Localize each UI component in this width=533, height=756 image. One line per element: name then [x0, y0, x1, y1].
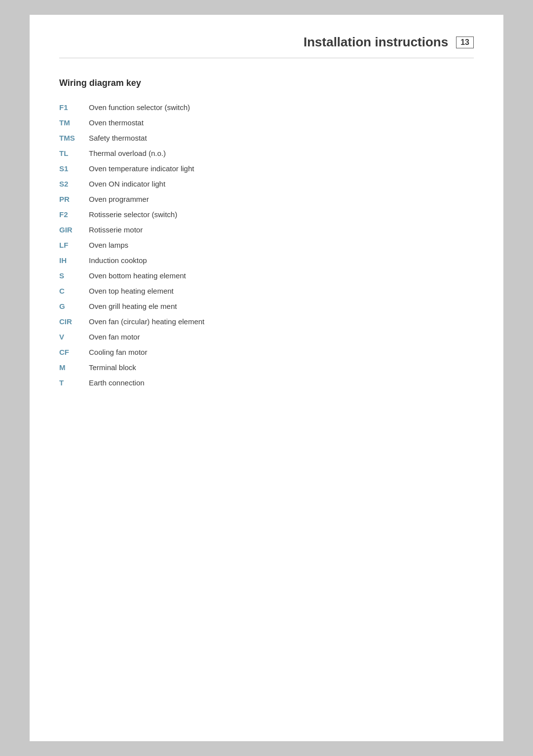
- page: Installation instructions 13 Wiring diag…: [30, 15, 503, 741]
- list-item: GOven grill heating ele ment: [59, 302, 474, 310]
- list-item: MTerminal block: [59, 363, 474, 372]
- key-code: M: [59, 363, 89, 372]
- key-code: CIR: [59, 317, 89, 326]
- wiring-key-list: F1Oven function selector (switch)TMOven …: [59, 103, 474, 387]
- section-title: Wiring diagram key: [59, 78, 474, 88]
- key-code: LF: [59, 241, 89, 249]
- key-code: G: [59, 302, 89, 310]
- list-item: CFCooling fan motor: [59, 348, 474, 356]
- page-title: Installation instructions: [304, 35, 448, 50]
- key-code: IH: [59, 256, 89, 265]
- list-item: F2Rotisserie selector (switch): [59, 210, 474, 219]
- list-item: PROven programmer: [59, 195, 474, 203]
- key-code: TM: [59, 118, 89, 127]
- key-description: Oven grill heating ele ment: [89, 302, 177, 310]
- key-code: S1: [59, 164, 89, 173]
- key-description: Safety thermostat: [89, 134, 147, 142]
- key-code: TMS: [59, 134, 89, 142]
- key-description: Terminal block: [89, 363, 136, 372]
- key-description: Earth connection: [89, 378, 145, 387]
- list-item: CIROven fan (circular) heating element: [59, 317, 474, 326]
- key-description: Cooling fan motor: [89, 348, 147, 356]
- list-item: LFOven lamps: [59, 241, 474, 249]
- list-item: GIRRotisserie motor: [59, 226, 474, 234]
- list-item: F1Oven function selector (switch): [59, 103, 474, 112]
- key-description: Oven bottom heating element: [89, 271, 186, 280]
- key-description: Rotisserie selector (switch): [89, 210, 177, 219]
- key-description: Oven top heating element: [89, 287, 174, 295]
- key-description: Oven fan (circular) heating element: [89, 317, 204, 326]
- key-description: Oven ON indicator light: [89, 180, 165, 188]
- key-description: Oven function selector (switch): [89, 103, 190, 112]
- key-description: Induction cooktop: [89, 256, 147, 265]
- key-description: Oven temperature indicator light: [89, 164, 194, 173]
- page-number: 13: [456, 37, 474, 48]
- key-code: T: [59, 378, 89, 387]
- key-code: GIR: [59, 226, 89, 234]
- list-item: VOven fan motor: [59, 333, 474, 341]
- list-item: TEarth connection: [59, 378, 474, 387]
- list-item: IHInduction cooktop: [59, 256, 474, 265]
- list-item: TMOven thermostat: [59, 118, 474, 127]
- key-code: PR: [59, 195, 89, 203]
- list-item: TLThermal overload (n.o.): [59, 149, 474, 157]
- key-code: F2: [59, 210, 89, 219]
- key-description: Oven fan motor: [89, 333, 140, 341]
- key-code: S: [59, 271, 89, 280]
- key-code: F1: [59, 103, 89, 112]
- key-code: TL: [59, 149, 89, 157]
- key-description: Oven lamps: [89, 241, 128, 249]
- list-item: S1Oven temperature indicator light: [59, 164, 474, 173]
- key-code: V: [59, 333, 89, 341]
- key-code: C: [59, 287, 89, 295]
- key-description: Thermal overload (n.o.): [89, 149, 166, 157]
- list-item: S2Oven ON indicator light: [59, 180, 474, 188]
- list-item: COven top heating element: [59, 287, 474, 295]
- key-code: S2: [59, 180, 89, 188]
- key-description: Oven programmer: [89, 195, 149, 203]
- key-code: CF: [59, 348, 89, 356]
- key-description: Oven thermostat: [89, 118, 144, 127]
- page-header: Installation instructions 13: [59, 35, 474, 58]
- list-item: SOven bottom heating element: [59, 271, 474, 280]
- key-description: Rotisserie motor: [89, 226, 143, 234]
- list-item: TMSSafety thermostat: [59, 134, 474, 142]
